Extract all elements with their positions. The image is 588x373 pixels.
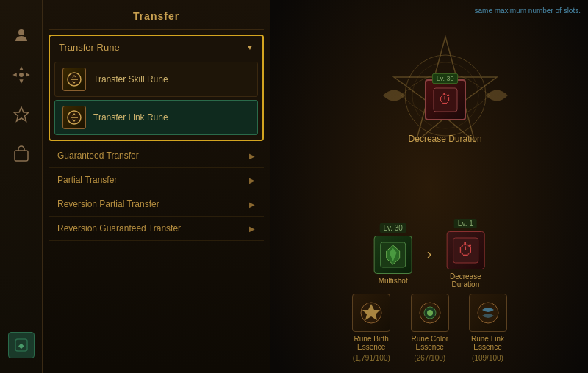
- resources-row: Rune Birth Essence (1,791/100) Rune Colo…: [350, 294, 509, 362]
- chevron-right-icon: ▶: [249, 176, 255, 184]
- svg-marker-2: [14, 107, 29, 121]
- sidebar: ◆: [0, 0, 43, 373]
- center-rune-icon: Lv. 30 ⏱: [425, 79, 466, 120]
- main-panel: Transfer Transfer Rune ▼: [43, 0, 588, 373]
- chevron-right-icon: ▶: [249, 225, 255, 233]
- reversion-guaranteed-transfer-label: Reversion Guaranteed Transfer: [57, 223, 181, 233]
- target-skill-icon: ⏱: [446, 231, 484, 269]
- target-level: Lv. 1: [454, 219, 477, 228]
- transfer-link-rune-label: Transfer Link Rune: [93, 112, 168, 123]
- svg-text:⏱: ⏱: [439, 92, 452, 106]
- link-essence-count: (109/100): [472, 354, 503, 362]
- transfer-skill-rune-label: Transfer Skill Rune: [93, 74, 168, 84]
- transfer-link-rune-item[interactable]: Transfer Link Rune: [54, 100, 258, 135]
- right-content: same maximum number of slots. Lv. 30: [270, 0, 588, 373]
- center-level-badge: Lv. 30: [432, 73, 459, 84]
- transfer-rune-label: Transfer Rune: [59, 42, 120, 53]
- source-level: Lv. 30: [379, 223, 406, 233]
- transfer-link-rune-icon: [62, 106, 86, 129]
- svg-point-29: [478, 303, 498, 323]
- sidebar-icon-inventory[interactable]: [8, 141, 35, 167]
- birth-essence-label: Rune Birth Essence: [350, 335, 392, 351]
- svg-rect-3: [15, 151, 28, 161]
- transfer-rune-items: Transfer Skill Rune Transfer Link Rune: [50, 59, 262, 140]
- guaranteed-transfer-item[interactable]: Guaranteed Transfer ▶: [49, 144, 264, 168]
- birth-essence-icon: [352, 294, 390, 332]
- dropdown-arrow-icon: ▼: [246, 43, 254, 51]
- svg-text:◆: ◆: [18, 341, 24, 350]
- transfer-arrow-icon: ›: [427, 245, 432, 262]
- sidebar-icon-skill[interactable]: [8, 101, 35, 128]
- resource-color-essence: Rune Color Essence (267/100): [407, 294, 452, 362]
- link-essence-icon: [469, 294, 507, 332]
- source-skill-icon: [374, 236, 412, 274]
- partial-transfer-item[interactable]: Partial Transfer ▶: [49, 168, 264, 192]
- link-essence-label: Rune Link Essence: [467, 335, 509, 351]
- sidebar-icon-character[interactable]: [8, 22, 35, 48]
- guaranteed-transfer-label: Guaranteed Transfer: [57, 151, 139, 161]
- transfer-rune-section: Transfer Rune ▼ Transfer Skill Rune: [49, 35, 264, 141]
- resource-link-essence: Rune Link Essence (109/100): [467, 294, 509, 362]
- color-essence-icon: [411, 294, 449, 332]
- sidebar-icon-gear[interactable]: [8, 62, 35, 88]
- resource-birth-essence: Rune Birth Essence (1,791/100): [350, 294, 392, 362]
- svg-point-1: [19, 73, 24, 77]
- panel-title: Transfer: [49, 6, 264, 30]
- color-essence-label: Rune Color Essence: [407, 335, 452, 351]
- partial-transfer-label: Partial Transfer: [57, 175, 117, 185]
- transfer-skill-rune-icon: [62, 68, 86, 91]
- reversion-guaranteed-transfer-item[interactable]: Reversion Guaranteed Transfer ▶: [49, 217, 264, 241]
- birth-essence-count: (1,791/100): [353, 354, 390, 362]
- transfer-skill-rune-item[interactable]: Transfer Skill Rune: [54, 62, 258, 97]
- svg-point-28: [427, 310, 433, 316]
- source-skill-label: Multishot: [379, 277, 408, 285]
- source-skill-box: Lv. 30 Multishot: [374, 223, 412, 285]
- left-menu: Transfer Transfer Rune ▼: [43, 0, 270, 373]
- transfer-row: Lv. 30 Multishot › Lv. 1: [374, 219, 485, 289]
- target-skill-box: Lv. 1 ⏱ DecreaseDuration: [446, 219, 484, 289]
- reversion-partial-transfer-label: Reversion Partial Transfer: [57, 199, 159, 209]
- color-essence-count: (267/100): [414, 354, 445, 362]
- reversion-partial-transfer-item[interactable]: Reversion Partial Transfer ▶: [49, 192, 264, 217]
- decrease-duration-label: Decrease Duration: [409, 134, 482, 144]
- svg-text:⏱: ⏱: [457, 241, 473, 259]
- hint-text: same maximum number of slots.: [475, 6, 581, 16]
- svg-point-0: [18, 29, 24, 35]
- transfer-rune-header[interactable]: Transfer Rune ▼: [50, 36, 262, 59]
- chevron-right-icon: ▶: [249, 200, 255, 209]
- sidebar-icon-rune[interactable]: ◆: [8, 332, 35, 358]
- chevron-right-icon: ▶: [249, 152, 255, 160]
- target-skill-label: DecreaseDuration: [450, 272, 481, 289]
